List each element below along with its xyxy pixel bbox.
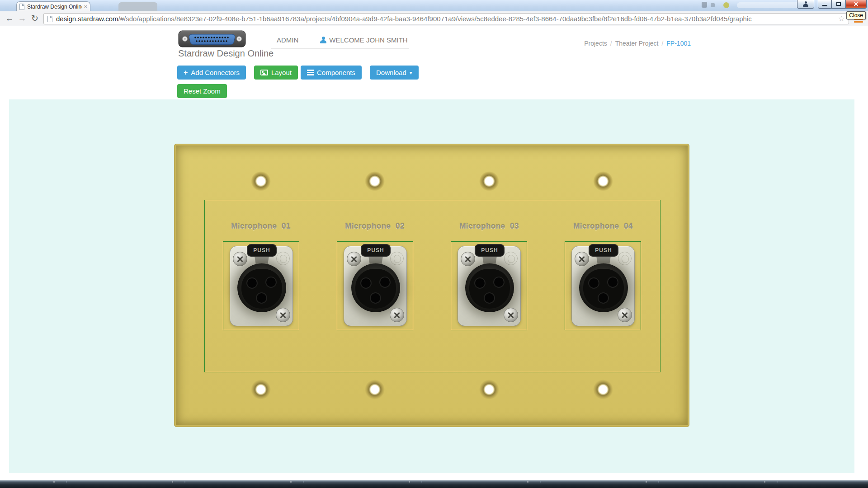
- window-controls: [797, 0, 867, 9]
- xlr-pin: [360, 277, 372, 289]
- close-button[interactable]: [845, 0, 867, 9]
- plus-icon: +: [184, 69, 188, 77]
- back-button[interactable]: ←: [4, 13, 15, 24]
- brand-emboss-icon: [504, 252, 518, 265]
- xlr-pin: [379, 277, 391, 288]
- xlr-pin: [265, 277, 277, 288]
- mounting-hole: [479, 171, 499, 191]
- profile-button[interactable]: [797, 0, 814, 9]
- nav-admin-link[interactable]: ADMIN: [277, 36, 298, 44]
- background-window-fragment: [737, 2, 800, 8]
- xlr-pin: [256, 292, 267, 304]
- mounting-hole: [251, 380, 271, 399]
- xlr-push-tab: PUSH: [247, 244, 277, 257]
- layout-button[interactable]: Layout: [254, 66, 298, 80]
- xlr-socket: [465, 263, 514, 312]
- xlr-push-tab: PUSH: [589, 244, 618, 257]
- person-icon: [803, 1, 808, 7]
- xlr-pin: [493, 277, 505, 288]
- xlr-plate: PUSH: [230, 246, 293, 326]
- windows-taskbar-edge[interactable]: [0, 480, 868, 488]
- xlr-connector-microphone-04[interactable]: PUSH: [565, 241, 641, 330]
- xlr-pin: [607, 277, 618, 288]
- top-navigation: ADMIN WELCOME JOHN SMITH: [271, 32, 409, 49]
- components-button[interactable]: Components: [301, 66, 362, 80]
- layout-label: Layout: [271, 69, 292, 76]
- tab-close-icon[interactable]: ×: [84, 4, 87, 9]
- mounting-hole: [479, 380, 499, 399]
- design-canvas[interactable]: Microphone 01 Microphone 02 Microphone 0…: [9, 99, 854, 473]
- screw-icon: [575, 252, 589, 266]
- xlr-connector-microphone-02[interactable]: PUSH: [337, 241, 413, 330]
- brand-emboss-icon: [618, 252, 632, 265]
- screw-icon: [461, 252, 475, 266]
- download-button[interactable]: Download ▾: [370, 66, 419, 80]
- browser-toolbar: ← → ↻ design.stardraw.com/#/sdo/applicat…: [0, 11, 868, 26]
- screw-icon: [233, 252, 247, 266]
- page-icon: [47, 16, 52, 22]
- connector-label: Microphone 02: [325, 222, 425, 231]
- screw-icon: [276, 308, 290, 322]
- add-connectors-label: Add Connectors: [191, 69, 240, 76]
- xlr-socket: [237, 263, 286, 312]
- xlr-pin: [598, 292, 609, 304]
- image-icon: [260, 70, 268, 75]
- mounting-hole: [593, 171, 613, 191]
- xlr-socket: [579, 263, 628, 312]
- app-logo[interactable]: [178, 30, 246, 49]
- breadcrumb-separator: /: [610, 40, 612, 47]
- xlr-connector-microphone-01[interactable]: PUSH: [223, 241, 299, 330]
- brand-emboss-icon: [276, 252, 290, 265]
- url-path: /#/sdo/applications/8e8323e7-02f9-408e-b…: [118, 15, 752, 23]
- minimize-icon: [822, 5, 827, 6]
- add-connectors-button[interactable]: + Add Connectors: [177, 66, 246, 80]
- breadcrumb-separator: /: [661, 40, 663, 47]
- xlr-push-tab: PUSH: [361, 244, 391, 257]
- mounting-hole: [251, 171, 271, 191]
- mounting-hole: [365, 171, 385, 191]
- nav-welcome-label: WELCOME JOHN SMITH: [329, 36, 407, 44]
- breadcrumb-theater-project[interactable]: Theater Project: [615, 40, 659, 47]
- minimize-button[interactable]: [818, 0, 831, 9]
- action-toolbar: + Add Connectors Layout Components Downl…: [177, 66, 419, 80]
- connector-label: Microphone 03: [439, 222, 539, 231]
- xlr-plate: PUSH: [458, 246, 521, 326]
- reset-zoom-button[interactable]: Reset Zoom: [177, 84, 227, 98]
- screw-icon: [618, 308, 632, 322]
- xlr-connector-microphone-03[interactable]: PUSH: [451, 241, 527, 330]
- xlr-pin: [246, 277, 258, 289]
- maximize-button[interactable]: [831, 0, 845, 9]
- background-window-dot: [723, 2, 729, 8]
- nav-user-menu[interactable]: WELCOME JOHN SMITH: [320, 36, 407, 44]
- xlr-pin: [474, 277, 486, 289]
- maximize-icon: [836, 2, 841, 6]
- tab-title: Stardraw Design Online: [27, 4, 82, 10]
- close-tooltip: Close: [846, 11, 866, 19]
- browser-tab[interactable]: Stardraw Design Online ×: [16, 1, 90, 11]
- user-icon: [320, 37, 326, 43]
- url-text: design.stardraw.com/#/sdo/applications/8…: [56, 15, 835, 23]
- xlr-pin: [588, 277, 599, 289]
- download-label: Download: [376, 69, 406, 76]
- mounting-hole: [593, 380, 613, 399]
- xlr-pin: [370, 292, 381, 304]
- brand-emboss-icon: [390, 252, 404, 265]
- app-title: Stardraw Design Online: [178, 48, 274, 59]
- bookmark-star-icon[interactable]: ☆: [838, 14, 845, 23]
- breadcrumb-fp-1001[interactable]: FP-1001: [666, 40, 691, 47]
- refresh-button[interactable]: ↻: [29, 13, 41, 24]
- address-bar[interactable]: design.stardraw.com/#/sdo/applications/8…: [43, 13, 849, 24]
- screw-icon: [504, 308, 518, 322]
- xlr-plate: PUSH: [344, 246, 407, 326]
- forward-button[interactable]: →: [16, 13, 28, 24]
- mounting-hole: [365, 380, 385, 399]
- close-icon: [853, 1, 859, 7]
- xlr-pin: [484, 292, 495, 304]
- db25-connector-logo-icon: [178, 30, 246, 47]
- xlr-push-tab: PUSH: [475, 244, 505, 257]
- components-label: Components: [317, 69, 355, 76]
- wall-plate-panel[interactable]: Microphone 01 Microphone 02 Microphone 0…: [174, 144, 689, 427]
- breadcrumb-projects[interactable]: Projects: [584, 40, 607, 47]
- tab-favicon-icon: [19, 4, 24, 10]
- background-window-fragment: [711, 3, 715, 7]
